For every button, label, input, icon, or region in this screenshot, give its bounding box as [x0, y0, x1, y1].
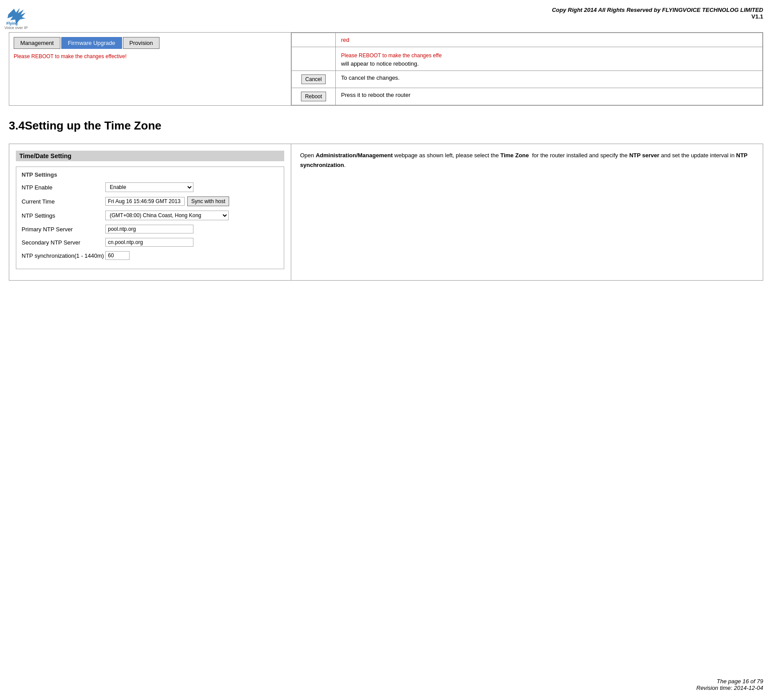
page-header: Flying Voice Voice over IP Copy Right 20… — [0, 0, 772, 32]
logo-image: Flying Voice — [4, 4, 35, 26]
left-panel: Time/Date Setting NTP Settings NTP Enabl… — [9, 144, 291, 280]
form-row-ntp-settings: NTP Settings (GMT+08:00) China Coast, Ho… — [22, 211, 278, 220]
cell-cancel-desc: To cancel the changes. — [336, 71, 763, 88]
cell-reboot-btn: Reboot — [292, 88, 336, 105]
main-content: Management Firmware Upgrade Provision Pl… — [0, 32, 772, 281]
sync-with-host-button[interactable]: Sync with host — [187, 196, 229, 206]
reboot-button[interactable]: Reboot — [301, 92, 326, 101]
tab-management[interactable]: Management — [14, 37, 60, 49]
table-row: Cancel To cancel the changes. — [292, 71, 763, 88]
cell-reboot-desc: Press it to reboot the router — [336, 88, 763, 105]
nav-tabs: Management Firmware Upgrade Provision — [14, 37, 286, 49]
svg-text:Flying: Flying — [6, 21, 18, 26]
tab-provision[interactable]: Provision — [123, 37, 160, 49]
reboot-message: Please REBOOT to make the changes effect… — [14, 53, 286, 59]
label-ntp-settings: NTP Settings — [22, 212, 105, 219]
section-content: Time/Date Setting NTP Settings NTP Enabl… — [9, 144, 763, 281]
footer-line1: The page 16 of 79 — [696, 678, 763, 685]
primary-ntp-input[interactable] — [105, 225, 193, 233]
cancel-button[interactable]: Cancel — [301, 74, 326, 84]
version-text: V1.1 — [552, 13, 763, 20]
panel-title: Time/Date Setting — [16, 151, 284, 161]
form-row-secondary-ntp: Secondary NTP Server — [22, 238, 278, 247]
label-ntp-sync: NTP synchronization(1 - 1440m) — [22, 252, 105, 259]
tab-firmware-upgrade[interactable]: Firmware Upgrade — [61, 37, 122, 49]
form-row-current-time: Current Time Sync with host — [22, 196, 278, 206]
reboot-notice-text: will appear to notice rebooting. — [341, 60, 757, 67]
cell-reboot-notice: Please REBOOT to make the changes effe w… — [336, 47, 763, 71]
cell-empty — [292, 33, 336, 47]
table-row: red — [292, 33, 763, 47]
top-right-panel: red Please REBOOT to make the changes ef… — [291, 33, 763, 105]
secondary-ntp-input[interactable] — [105, 238, 193, 247]
ntp-group-title: NTP Settings — [22, 171, 278, 178]
copyright-text: Copy Right 2014 All Rights Reserved by F… — [552, 7, 763, 13]
cell-red-label: red — [336, 33, 763, 47]
bold-ntp-server: NTP server — [629, 152, 659, 159]
label-current-time: Current Time — [22, 198, 105, 205]
ntp-settings-select[interactable]: (GMT+08:00) China Coast, Hong Kong — [105, 211, 229, 220]
header-info: Copy Right 2014 All Rights Reserved by F… — [552, 4, 763, 20]
table-row: Reboot Press it to reboot the router — [292, 88, 763, 105]
bold-admin-mgmt: Administration/Management — [315, 152, 393, 159]
reboot-notice-red: Please REBOOT to make the changes effe — [341, 52, 757, 59]
top-left-panel: Management Firmware Upgrade Provision Pl… — [9, 33, 291, 105]
label-primary-ntp: Primary NTP Server — [22, 226, 105, 233]
right-panel: Open Administration/Management webpage a… — [291, 144, 763, 280]
bold-time-zone: Time Zone — [500, 152, 529, 159]
form-row-primary-ntp: Primary NTP Server — [22, 225, 278, 233]
cell-empty2 — [292, 47, 336, 71]
page-footer: The page 16 of 79 Revision time: 2014-12… — [696, 678, 763, 691]
label-secondary-ntp: Secondary NTP Server — [22, 239, 105, 246]
form-row-ntp-enable: NTP Enable Enable Disable — [22, 182, 278, 192]
form-row-ntp-sync: NTP synchronization(1 - 1440m) — [22, 251, 278, 260]
ntp-enable-select[interactable]: Enable Disable — [105, 182, 193, 192]
ntp-settings-group: NTP Settings NTP Enable Enable Disable C… — [16, 167, 284, 269]
table-row: Please REBOOT to make the changes effe w… — [292, 47, 763, 71]
cell-cancel-btn: Cancel — [292, 71, 336, 88]
top-section: Management Firmware Upgrade Provision Pl… — [9, 32, 763, 106]
section-heading: 3.4Setting up the Time Zone — [9, 119, 763, 133]
description-text: Open Administration/Management webpage a… — [300, 151, 754, 170]
logo: Flying Voice Voice over IP — [4, 4, 40, 30]
label-ntp-enable: NTP Enable — [22, 184, 105, 191]
current-time-input[interactable] — [105, 197, 185, 206]
info-table: red Please REBOOT to make the changes ef… — [291, 33, 763, 105]
ntp-sync-interval-input[interactable] — [105, 251, 130, 260]
footer-line2: Revision time: 2014-12-04 — [696, 685, 763, 691]
